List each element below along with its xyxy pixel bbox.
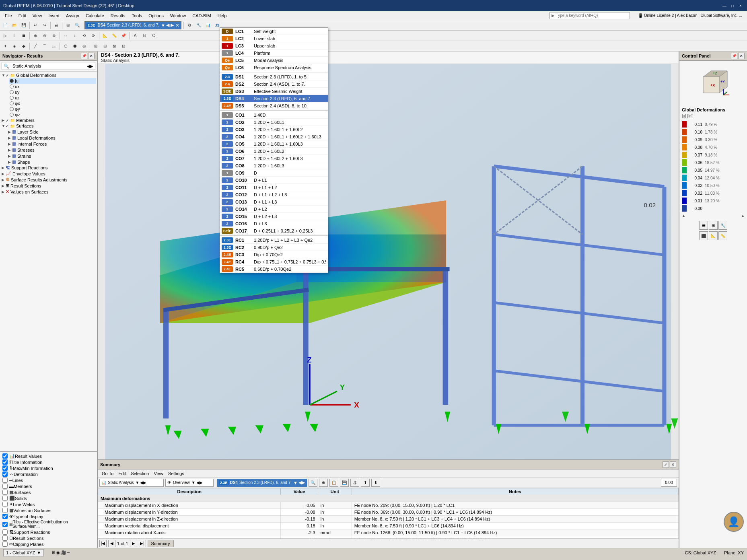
nav-item-uz[interactable]: uz xyxy=(9,95,96,101)
dd-co13[interactable]: 2 CO13 D + L1 + L3 xyxy=(220,198,328,206)
nav-item-phiz[interactable]: φz xyxy=(9,112,96,117)
nav-check-solids[interactable]: ⬛ Solids xyxy=(1,495,96,501)
summary-menu-selection[interactable]: Selection xyxy=(128,470,151,477)
t3-8[interactable]: ⬢ xyxy=(70,42,79,51)
dd-co6[interactable]: 2 CO6 1.20D + 1.60L2 xyxy=(220,148,328,155)
tb-btn-3[interactable]: 📊 xyxy=(204,21,212,30)
nav-pin-btn[interactable]: 📌 xyxy=(81,53,87,59)
dd-rc5[interactable]: 2.4E RC5 0.60D/p + 0.70Qe2 xyxy=(220,266,328,273)
t2-2[interactable]: ⏸ xyxy=(10,31,19,40)
dd-co17[interactable]: SE/E CO17 D + 0.25L1 + 0.25L2 + 0.25L3 xyxy=(220,227,328,235)
menu-tools[interactable]: Tools xyxy=(128,12,145,19)
t2-8[interactable]: ↕ xyxy=(70,31,79,40)
dd-co9[interactable]: 1 CO9 D xyxy=(220,169,328,177)
dd-co4[interactable]: 2 CO4 1.20D + 1.60L1 + 1.60L2 + 1.60L3 xyxy=(220,133,328,140)
nav-item-local-deformations[interactable]: ▶ ▩ Local Deformations xyxy=(7,135,96,141)
dropdown-menu[interactable]: D LC1 Self-weight 1 LC2 Lower slab 1 LC3… xyxy=(220,27,328,273)
nav-item-support-reactions[interactable]: ▶ 🏗 Support Reactions xyxy=(1,165,96,171)
nav-check-line-welds[interactable]: ✦ Line Welds xyxy=(1,501,96,507)
dd-ds1[interactable]: 2.3 DS1 Section 2.3 (LRFD), 1. to 5. xyxy=(220,73,328,80)
dd-lc1[interactable]: D LC1 Self-weight xyxy=(220,28,328,35)
nav-check-result-sections[interactable]: ⊟ Result Sections xyxy=(1,535,96,541)
summary-tb-7[interactable]: ⬇ xyxy=(371,479,380,487)
summary-close-btn[interactable]: ✕ xyxy=(670,461,676,468)
nav-item-phix[interactable]: φx xyxy=(9,101,96,106)
zoom-in[interactable]: 🔍 xyxy=(73,21,82,30)
dd-co5[interactable]: 2 CO5 1.20D + 1.60L1 + 1.60L3 xyxy=(220,140,328,148)
summary-menu-view[interactable]: View xyxy=(151,470,166,477)
ds-combo-label[interactable]: Section 2.3 (LRFD), 6. and 7. xyxy=(107,23,159,27)
nav-close-btn[interactable]: ✕ xyxy=(88,53,95,59)
dd-rc1[interactable]: 2.3E RC1 1.20D/p + L1 + L2 + L3 + Qe2 xyxy=(220,237,328,244)
t3-7[interactable]: ⬡ xyxy=(61,42,70,51)
redo-btn[interactable]: ↪ xyxy=(40,21,49,30)
t2-12[interactable]: 📏 xyxy=(110,31,119,40)
dd-ds3[interactable]: SE/E DS3 Effective Seismic Weight xyxy=(220,88,328,95)
footer-prev-btn[interactable]: ◀ xyxy=(108,540,115,547)
nav-item-internal-forces[interactable]: ▶ ▩ Internal Forces xyxy=(7,141,96,147)
nav-check-ribs[interactable]: ⊞ Ribs - Effective Contribution on Surfa… xyxy=(1,519,96,529)
cp-btn-2[interactable]: ⊞ xyxy=(709,221,718,230)
dd-co15[interactable]: 2 CO15 D + L2 + L3 xyxy=(220,213,328,220)
summary-menu-goto[interactable]: Go To xyxy=(99,470,116,477)
cp-btn-1[interactable]: ☰ xyxy=(699,221,708,230)
t2-14[interactable]: A xyxy=(131,31,140,40)
t2-9[interactable]: ⟲ xyxy=(80,31,88,40)
t2-3[interactable]: ⏹ xyxy=(19,31,28,40)
print-btn[interactable]: 🖨 xyxy=(52,21,61,30)
summary-menu-edit[interactable]: Edit xyxy=(116,470,128,477)
analysis-combo-nav[interactable]: ◀▶ xyxy=(140,480,146,485)
footer-next-btn[interactable]: ▶ xyxy=(130,540,137,547)
dd-lc2[interactable]: 1 LC2 Lower slab xyxy=(220,35,328,42)
tb-btn-2[interactable]: 🔧 xyxy=(194,21,203,30)
nav-item-phiy[interactable]: φy xyxy=(9,106,96,112)
nav-item-u-abs[interactable]: |u| xyxy=(9,78,96,84)
summary-tb-3[interactable]: 📋 xyxy=(329,479,338,487)
nav-prev-btn[interactable]: ◀ xyxy=(87,64,90,68)
nav-check-members[interactable]: ▬ Members xyxy=(1,483,96,489)
t3-6[interactable]: ⌓ xyxy=(49,42,58,51)
dd-lc6[interactable]: Qe LC6 Response Spectrum Analysis xyxy=(220,64,328,71)
nav-check-title-info[interactable]: ℹ Title Information xyxy=(1,459,96,465)
zoom-all[interactable]: ⊞ xyxy=(64,21,72,30)
cp-btn-4[interactable]: ⬛ xyxy=(699,231,708,240)
summary-analysis-combo[interactable]: 📊 Static Analysis ▼ ◀▶ xyxy=(99,479,164,487)
summary-expand-btn[interactable]: ⤢ xyxy=(663,461,669,468)
dd-ds4[interactable]: 2.3E DS4 Section 2.3 (LRFD), 6. and 7. xyxy=(220,95,328,102)
t2-1[interactable]: ▷ xyxy=(1,31,10,40)
menu-options[interactable]: Options xyxy=(145,12,167,19)
dd-lc4[interactable]: 1 LC4 Platform xyxy=(220,49,328,57)
summary-ds-selector[interactable]: 2.3E DS4 Section 2.3 (LRFD), 6. and 7. ▼… xyxy=(217,479,307,487)
nav-item-stresses[interactable]: ▶ ▩ Stresses xyxy=(7,147,96,153)
t2-7[interactable]: ↔ xyxy=(61,31,70,40)
dd-co10[interactable]: 2 CO10 D + L1 xyxy=(220,177,328,184)
nav-item-result-sections[interactable]: ▶ ⊞ Result Sections xyxy=(1,183,96,189)
save-btn[interactable]: 💾 xyxy=(19,21,28,30)
nav-check-values-surfaces[interactable]: ▦ Values on Surfaces xyxy=(1,507,96,513)
menu-cadbim[interactable]: CAD-BIM xyxy=(189,12,214,19)
nav-item-values-on-surfaces[interactable]: ▶ ✕ Values on Surfaces xyxy=(1,189,96,195)
footer-last-btn[interactable]: ▶| xyxy=(139,540,146,547)
navigator-search-input[interactable] xyxy=(11,62,87,70)
cp-btn-3[interactable]: 🔧 xyxy=(718,221,727,230)
menu-help[interactable]: Help xyxy=(214,12,230,19)
nav-check-surfaces[interactable]: ▩ Surfaces xyxy=(1,489,96,495)
dd-lc3[interactable]: 1 LC3 Upper slab xyxy=(220,42,328,49)
dd-lc5[interactable]: Qe LC5 Modal Analysis xyxy=(220,57,328,64)
search-input[interactable] xyxy=(549,12,630,19)
t2-16[interactable]: C xyxy=(149,31,158,40)
dd-ds5[interactable]: 2.4E DS5 Section 2.4 (ASD), 8. to 10. xyxy=(220,102,328,109)
dd-co8[interactable]: 2 CO8 1.20D + 1.60L3 xyxy=(220,162,328,169)
nav-item-ux[interactable]: ux xyxy=(9,84,96,89)
dd-co2[interactable]: 2 CO2 1.20D + 1.60L1 xyxy=(220,119,328,126)
menu-edit[interactable]: Edit xyxy=(15,12,29,19)
undo-btn[interactable]: ↩ xyxy=(31,21,40,30)
summary-ds-nav[interactable]: ◀▶ xyxy=(298,480,305,485)
nav-item-shape[interactable]: ▶ ▩ Shape xyxy=(7,159,96,165)
dd-co7[interactable]: 2 CO7 1.20D + 1.60L2 + 1.60L3 xyxy=(220,155,328,162)
dd-co14[interactable]: 2 CO14 D + L2 xyxy=(220,206,328,213)
t2-13[interactable]: 📌 xyxy=(119,31,128,40)
minimize-button[interactable]: — xyxy=(721,2,728,9)
coord-system-selector[interactable]: 1 - Global XYZ ▼ xyxy=(3,549,44,556)
menu-insert[interactable]: Insert xyxy=(45,12,63,19)
